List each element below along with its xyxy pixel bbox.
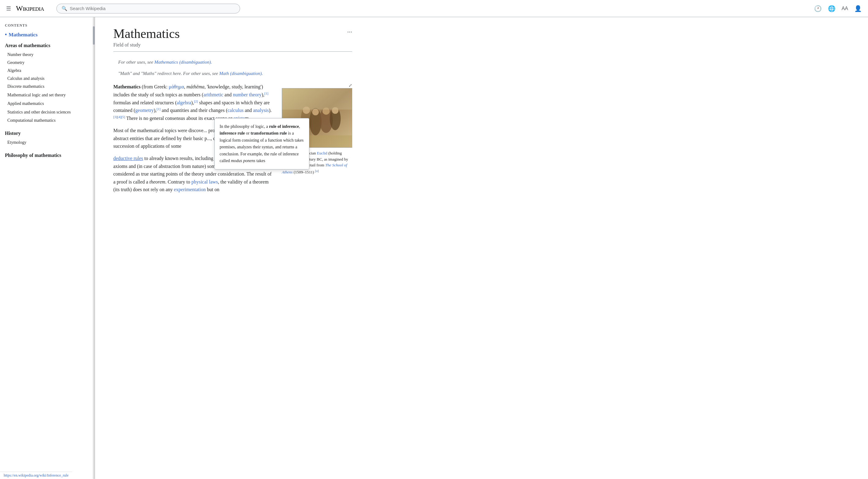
sidebar-section-history: History Etymology <box>5 131 90 146</box>
sidebar-section-philosophy-title: Philosophy of mathematics <box>5 152 90 158</box>
hatnote-2: "Math" and "Maths" redirect here. For ot… <box>113 69 352 78</box>
more-menu-button[interactable]: ··· <box>347 28 352 36</box>
sidebar-item-etymology[interactable]: Etymology <box>5 139 90 146</box>
sidebar: CONTENTS Mathematics Areas of mathematic… <box>0 17 95 479</box>
status-bar: https://en.wikipedia.org/wiki/Inference_… <box>0 472 72 479</box>
bold-rule-of-inference: rule of inference <box>269 124 299 129</box>
ref-1b[interactable]: [1] <box>156 107 160 111</box>
site-logo[interactable]: Wikipedia <box>16 4 44 12</box>
article-subtitle: Field of study <box>113 42 352 48</box>
search-icon: 🔍 <box>62 6 67 11</box>
contents-label: CONTENTS <box>5 23 90 28</box>
bold-mathematics: Mathematics <box>113 84 141 89</box>
sidebar-item-computational[interactable]: Computational mathematics <box>5 116 90 125</box>
ref-a[interactable]: [a] <box>315 169 319 172</box>
search-input[interactable] <box>70 6 235 11</box>
sidebar-item-geometry[interactable]: Geometry <box>5 59 90 67</box>
tooltip-text: In the philosophy of logic, a rule of in… <box>220 123 304 164</box>
menu-icon[interactable]: ☰ <box>6 5 11 12</box>
text-size-icon[interactable]: AA <box>842 6 848 11</box>
link-physical-laws[interactable]: physical laws <box>191 179 218 184</box>
link-arithmetic[interactable]: arithmetic <box>204 92 223 97</box>
link-mathema[interactable]: μάθημα <box>169 84 184 89</box>
logo-text: Wikipedia <box>16 4 44 12</box>
status-url: https://en.wikipedia.org/wiki/Inference_… <box>4 473 69 477</box>
svg-rect-10 <box>282 89 352 109</box>
sidebar-item-discrete[interactable]: Discrete mathematics <box>5 82 90 91</box>
link-geometry[interactable]: geometry <box>135 108 154 113</box>
account-icon[interactable]: 👤 <box>854 5 862 12</box>
sidebar-section-history-title: History <box>5 131 90 136</box>
hatnote-2-text: "Math" and "Maths" redirect here. For ot… <box>118 71 219 76</box>
page-header: ☰ Wikipedia 🔍 🕐 🌐 AA 👤 <box>0 0 868 17</box>
link-deductive-rules[interactable]: deductive rules <box>113 156 143 161</box>
ref-345[interactable]: [3][4][5] <box>113 115 125 119</box>
expand-icon[interactable]: ⤢ <box>348 83 352 88</box>
search-bar[interactable]: 🔍 <box>56 4 240 13</box>
header-left: ☰ Wikipedia <box>6 4 44 12</box>
link-calculus[interactable]: calculus <box>227 108 244 113</box>
sidebar-item-logic[interactable]: Mathematical logic and set theory <box>5 91 90 100</box>
bold-transformation-rule: transformation rule <box>251 131 287 136</box>
hatnote-1-link[interactable]: Mathematics (disambiguation). <box>154 60 212 65</box>
svg-point-4 <box>312 109 319 115</box>
hatnote-2-link[interactable]: Math (disambiguation). <box>219 71 263 76</box>
tooltip-popup: In the philosophy of logic, a rule of in… <box>214 118 309 169</box>
link-experimentation[interactable]: experimentation <box>174 187 206 192</box>
article-divider <box>113 52 352 52</box>
sidebar-item-calculus[interactable]: Calculus and analysis <box>5 75 90 82</box>
hatnote-1: For other uses, see Mathematics (disambi… <box>113 58 352 67</box>
bold-inference-rule: inference rule <box>220 131 245 136</box>
article-title: Mathematics <box>113 26 352 41</box>
sidebar-item-algebra[interactable]: Algebra <box>5 67 90 75</box>
sidebar-item-number-theory[interactable]: Number theory <box>5 51 90 59</box>
sidebar-item-statistics[interactable]: Statistics and other decision sciences <box>5 108 90 117</box>
main-content: Mathematics Field of study ··· For other… <box>95 17 371 479</box>
link-euclid[interactable]: Euclid <box>317 151 328 156</box>
link-analysis[interactable]: analysis <box>253 108 269 113</box>
italic-mathema: máthēma <box>187 84 205 89</box>
ref-2[interactable]: [2] <box>194 99 198 103</box>
page-layout: CONTENTS Mathematics Areas of mathematic… <box>0 17 868 479</box>
header-right: 🕐 🌐 AA 👤 <box>814 5 862 12</box>
intro-paragraph: Mathematics (from Greek: μάθημα, máthēma… <box>113 83 273 122</box>
sidebar-section-areas: Areas of mathematics <box>5 43 90 48</box>
history-icon[interactable]: 🕐 <box>814 5 822 12</box>
sidebar-item-applied[interactable]: Applied mathematics <box>5 100 90 108</box>
scrollbar[interactable] <box>93 17 95 479</box>
sidebar-item-mathematics[interactable]: Mathematics <box>5 32 90 38</box>
ref-1[interactable]: [1] <box>264 92 268 95</box>
language-icon[interactable]: 🌐 <box>828 5 836 12</box>
link-number-theory[interactable]: number theory <box>233 92 261 97</box>
sidebar-section-philosophy: Philosophy of mathematics <box>5 152 90 158</box>
hatnote-1-text: For other uses, see <box>118 60 154 65</box>
italic-theorem: theorem <box>150 179 165 184</box>
link-algebra[interactable]: algebra <box>177 100 191 105</box>
italic-modus-ponens: modus ponens <box>231 159 255 163</box>
